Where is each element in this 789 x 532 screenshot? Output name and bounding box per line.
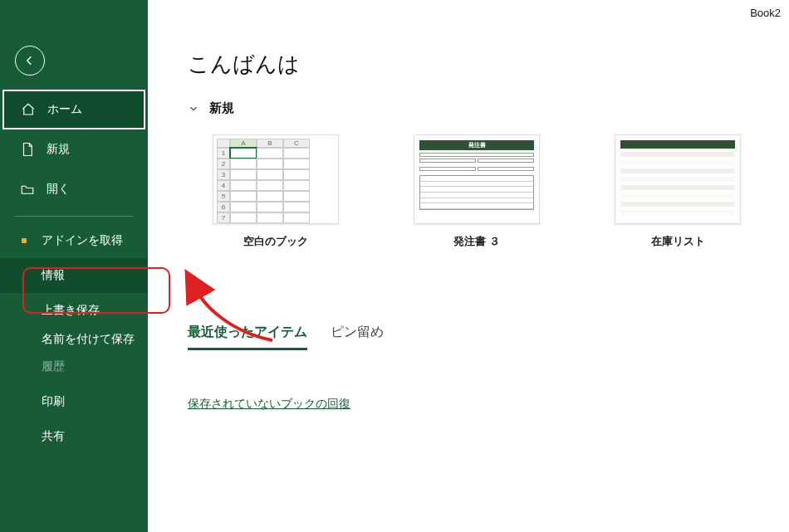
new-badge-icon: [22, 238, 27, 243]
file-icon: [20, 142, 35, 157]
sidebar-item-save-as[interactable]: 名前を付けて保存: [0, 328, 148, 349]
sidebar-nav: ホーム 新規 開く アドインを取得 情報: [0, 90, 148, 454]
template-label: 発注書 ３: [453, 234, 500, 249]
home-icon: [21, 102, 36, 117]
template-thumbnail: [615, 134, 741, 224]
col-header: C: [283, 139, 310, 148]
template-blank-workbook[interactable]: A B C 1234567 空白のブック: [213, 134, 339, 249]
sidebar-separator: [15, 216, 133, 217]
template-purchase-order[interactable]: 発注書 発注書 ３: [414, 134, 540, 249]
po-title: 発注書: [419, 140, 534, 150]
template-label: 空白のブック: [243, 234, 308, 249]
row-header: 5: [217, 191, 230, 202]
sidebar-item-label: アドインを取得: [42, 233, 123, 248]
row-header: 1: [217, 148, 230, 159]
sidebar-item-open[interactable]: 開く: [0, 169, 148, 209]
sidebar-item-label: ホーム: [47, 102, 82, 117]
col-header: A: [230, 139, 257, 148]
arrow-left-icon: [23, 54, 37, 67]
main-panel: Book2 こんばんは 新規 A B C 12: [148, 0, 789, 532]
sidebar-item-share[interactable]: 共有: [0, 419, 148, 454]
window-title: Book2: [750, 7, 781, 19]
col-header: B: [257, 139, 283, 148]
sidebar-item-label: 印刷: [42, 394, 65, 409]
row-header: 7: [217, 212, 230, 223]
backstage-sidebar: ホーム 新規 開く アドインを取得 情報: [0, 0, 148, 532]
section-label: 新規: [209, 100, 234, 116]
back-button[interactable]: [15, 46, 45, 76]
template-label: 在庫リスト: [651, 234, 705, 249]
sidebar-item-label: 情報: [42, 268, 65, 283]
sidebar-item-print[interactable]: 印刷: [0, 384, 148, 419]
row-header: 3: [217, 169, 230, 180]
sidebar-item-label: 新規: [47, 142, 70, 157]
sidebar-item-home[interactable]: ホーム: [2, 90, 145, 129]
sidebar-item-info[interactable]: 情報: [0, 258, 148, 293]
folder-open-icon: [20, 182, 35, 197]
row-header: 4: [217, 180, 230, 191]
sidebar-item-new[interactable]: 新規: [0, 129, 148, 169]
chevron-down-icon: [188, 103, 199, 115]
row-header: 2: [217, 159, 230, 169]
template-inventory-list[interactable]: 在庫リスト: [615, 134, 741, 249]
sidebar-item-history: 履歴: [0, 349, 148, 384]
sidebar-item-label: 履歴: [42, 359, 65, 374]
sidebar-item-label: 名前を付けて保存: [42, 331, 135, 346]
sidebar-item-label: 共有: [42, 429, 65, 444]
page-title: こんばんは: [188, 50, 756, 79]
sidebar-item-save[interactable]: 上書き保存: [0, 293, 148, 328]
section-toggle-new[interactable]: 新規: [188, 100, 756, 116]
template-thumbnail: 発注書: [414, 134, 540, 224]
tab-recent[interactable]: 最近使ったアイテム: [188, 324, 307, 350]
template-thumbnail: A B C 1234567: [213, 134, 339, 224]
template-gallery: A B C 1234567 空白のブック 発注書: [213, 134, 756, 249]
sidebar-item-label: 上書き保存: [42, 303, 100, 318]
recent-tabs: 最近使ったアイテム ピン留め: [188, 324, 756, 350]
recover-unsaved-link[interactable]: 保存されていないブックの回復: [188, 397, 350, 412]
tab-pinned[interactable]: ピン留め: [331, 324, 384, 350]
sidebar-item-addins[interactable]: アドインを取得: [0, 223, 148, 258]
row-header: 6: [217, 202, 230, 212]
sidebar-item-label: 開く: [47, 182, 70, 197]
